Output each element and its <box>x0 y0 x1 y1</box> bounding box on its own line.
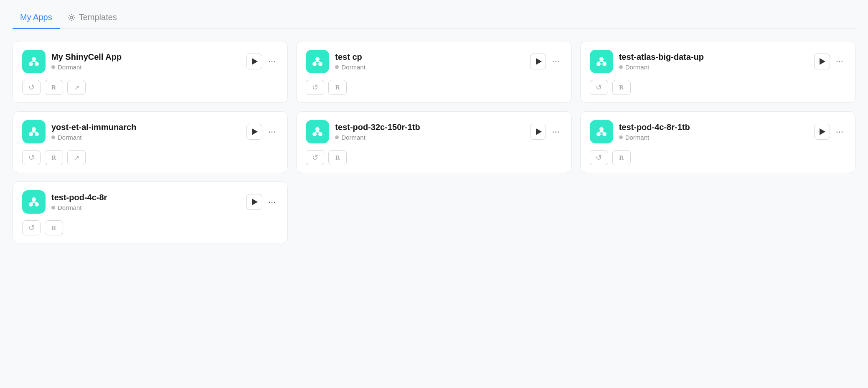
more-button[interactable]: ··· <box>833 125 846 139</box>
card-top: test-pod-4c-8r Dormant ··· <box>22 190 278 214</box>
r-button[interactable] <box>45 220 63 235</box>
status-label: Dormant <box>58 204 82 211</box>
card-tools <box>22 220 278 235</box>
svg-point-3 <box>35 62 39 66</box>
app-text: test-pod-4c-8r Dormant <box>51 193 107 211</box>
svg-point-20 <box>29 132 33 136</box>
svg-point-15 <box>602 62 607 66</box>
external-icon <box>74 84 79 92</box>
status-dot <box>51 65 55 69</box>
refresh-button[interactable] <box>590 80 608 95</box>
more-dots-icon: ··· <box>268 56 276 67</box>
play-button[interactable] <box>530 124 546 140</box>
status-dot <box>51 206 55 209</box>
app-card: test-pod-32c-150r-1tb Dormant ··· <box>296 111 571 173</box>
refresh-icon <box>596 153 602 162</box>
play-button[interactable] <box>814 54 830 69</box>
app-name: test-pod-4c-8r-1tb <box>619 123 690 132</box>
refresh-icon <box>312 153 318 162</box>
r-button[interactable] <box>328 150 347 165</box>
more-dots-icon: ··· <box>268 126 276 137</box>
more-dots-icon: ··· <box>552 126 559 137</box>
svg-point-39 <box>35 202 39 207</box>
refresh-button[interactable] <box>590 150 608 165</box>
r-button[interactable] <box>612 80 631 95</box>
templates-icon <box>67 13 76 22</box>
app-icon <box>22 50 46 73</box>
app-card: test cp Dormant ··· <box>296 41 571 103</box>
app-card: My ShinyCell App Dormant ··· <box>13 41 288 103</box>
status-dot <box>335 65 339 69</box>
more-button[interactable]: ··· <box>266 54 278 69</box>
r-icon <box>619 84 624 91</box>
svg-point-13 <box>599 57 604 61</box>
more-button[interactable]: ··· <box>549 125 562 139</box>
status-label: Dormant <box>625 64 650 71</box>
external-icon <box>74 154 79 162</box>
r-button[interactable] <box>45 150 63 165</box>
svg-point-27 <box>318 132 322 136</box>
external-button[interactable] <box>67 150 86 165</box>
app-icon <box>306 120 329 143</box>
r-button[interactable] <box>45 80 63 95</box>
svg-point-9 <box>318 62 322 66</box>
refresh-button[interactable] <box>22 80 41 95</box>
card-top: test cp Dormant ··· <box>306 50 562 73</box>
external-button[interactable] <box>67 80 86 95</box>
card-actions: ··· <box>246 194 278 210</box>
refresh-button[interactable] <box>22 150 41 165</box>
svg-point-37 <box>32 197 36 202</box>
play-icon <box>820 128 825 135</box>
more-button[interactable]: ··· <box>266 125 278 139</box>
card-tools <box>22 149 278 165</box>
play-button[interactable] <box>246 54 262 69</box>
app-status: Dormant <box>619 64 704 71</box>
tabs-container: My Apps Templates <box>13 8 855 29</box>
more-dots-icon: ··· <box>268 197 276 207</box>
tab-my-apps[interactable]: My Apps <box>13 8 60 29</box>
card-tools <box>590 79 846 95</box>
app-icon <box>306 50 329 73</box>
svg-point-21 <box>35 132 39 136</box>
app-text: test-pod-4c-8r-1tb Dormant <box>619 123 690 141</box>
r-button[interactable] <box>328 80 347 95</box>
app-status: Dormant <box>51 64 122 71</box>
more-dots-icon: ··· <box>836 126 843 137</box>
more-button[interactable]: ··· <box>833 54 846 69</box>
svg-point-38 <box>29 202 33 207</box>
play-icon <box>252 58 258 65</box>
app-name: test-pod-32c-150r-1tb <box>335 123 420 132</box>
card-actions: ··· <box>814 54 846 69</box>
card-actions: ··· <box>814 124 846 140</box>
card-actions: ··· <box>530 124 562 140</box>
app-name: test-atlas-big-data-up <box>619 52 704 62</box>
card-top: test-pod-32c-150r-1tb Dormant ··· <box>306 120 562 143</box>
play-button[interactable] <box>246 194 262 210</box>
card-top: My ShinyCell App Dormant ··· <box>22 50 278 73</box>
refresh-icon <box>28 83 35 92</box>
more-button[interactable]: ··· <box>266 195 278 209</box>
card-info: test-pod-4c-8r Dormant <box>22 190 246 214</box>
status-dot <box>335 135 339 139</box>
play-icon <box>820 58 825 65</box>
refresh-button[interactable] <box>306 150 324 165</box>
card-actions: ··· <box>246 54 278 69</box>
svg-point-26 <box>312 132 317 136</box>
play-button[interactable] <box>530 54 546 69</box>
status-label: Dormant <box>58 134 82 141</box>
apps-grid: My ShinyCell App Dormant ··· <box>13 41 855 243</box>
app-name: yost-et-al-immunarch <box>51 123 136 132</box>
refresh-button[interactable] <box>306 80 324 95</box>
card-info: yost-et-al-immunarch Dormant <box>22 120 246 143</box>
card-info: test-pod-4c-8r-1tb Dormant <box>590 120 814 143</box>
my-apps-label: My Apps <box>20 13 52 22</box>
card-top: yost-et-al-immunarch Dormant ··· <box>22 120 278 143</box>
r-button[interactable] <box>612 150 631 165</box>
card-top: test-atlas-big-data-up Dormant ··· <box>590 50 846 73</box>
tab-templates[interactable]: Templates <box>60 8 124 29</box>
play-button[interactable] <box>814 124 830 140</box>
svg-point-7 <box>315 57 320 61</box>
refresh-button[interactable] <box>22 220 41 235</box>
more-button[interactable]: ··· <box>549 54 562 69</box>
play-button[interactable] <box>246 124 262 140</box>
